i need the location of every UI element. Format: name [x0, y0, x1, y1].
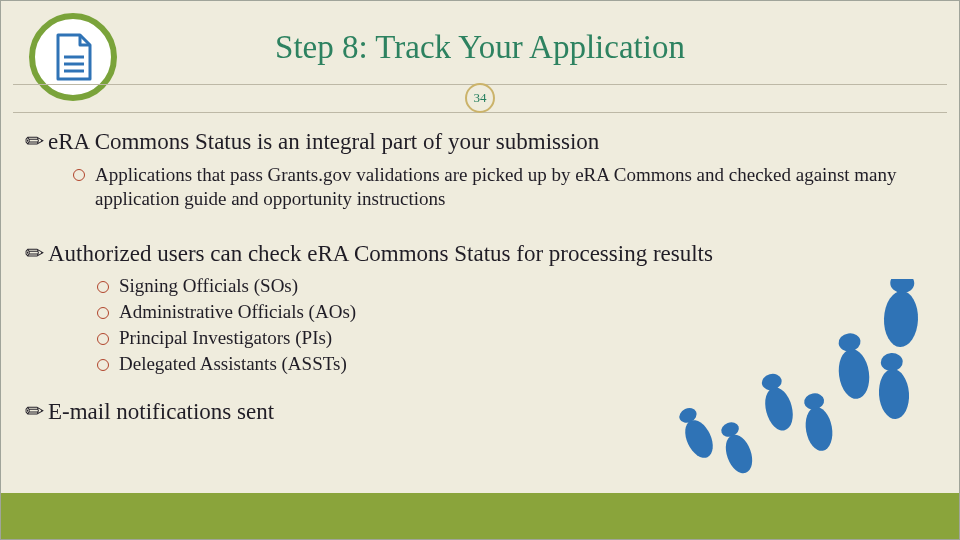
bullet-level1: ✏ eRA Commons Status is an integral part…	[25, 129, 935, 155]
swirl-bullet-icon: ✏	[25, 129, 44, 155]
bullet-level3: Principal Investigators (PIs)	[97, 327, 935, 349]
footer-bar	[1, 493, 959, 539]
svg-point-5	[721, 431, 757, 477]
bullet-level1: ✏ E-mail notifications sent	[25, 399, 935, 425]
bullet-text: Principal Investigators (PIs)	[119, 327, 332, 349]
slide: Step 8: Track Your Application 34 ✏ eRA …	[0, 0, 960, 540]
page-number-badge: 34	[465, 83, 495, 113]
bullet-level3: Delegated Assistants (ASSTs)	[97, 353, 935, 375]
circle-bullet-icon	[97, 281, 109, 293]
content-area: ✏ eRA Commons Status is an integral part…	[25, 123, 935, 433]
bullet-text: Delegated Assistants (ASSTs)	[119, 353, 347, 375]
bullet-level3: Signing Officials (SOs)	[97, 275, 935, 297]
circle-bullet-icon	[97, 359, 109, 371]
circle-bullet-icon	[97, 333, 109, 345]
circle-bullet-icon	[73, 169, 85, 181]
bullet-text: Applications that pass Grants.gov valida…	[95, 163, 935, 211]
slide-title: Step 8: Track Your Application	[1, 29, 959, 66]
bullet-text: Signing Officials (SOs)	[119, 275, 298, 297]
bullet-text: Authorized users can check eRA Commons S…	[48, 241, 713, 267]
bullet-level3: Administrative Officials (AOs)	[97, 301, 935, 323]
bullet-text: Administrative Officials (AOs)	[119, 301, 356, 323]
swirl-bullet-icon: ✏	[25, 399, 44, 425]
bullet-text: eRA Commons Status is an integral part o…	[48, 129, 599, 155]
bullet-level1: ✏ Authorized users can check eRA Commons…	[25, 241, 935, 267]
bullet-level2: Applications that pass Grants.gov valida…	[73, 163, 935, 211]
swirl-bullet-icon: ✏	[25, 241, 44, 267]
circle-bullet-icon	[97, 307, 109, 319]
bullet-text: E-mail notifications sent	[48, 399, 274, 425]
